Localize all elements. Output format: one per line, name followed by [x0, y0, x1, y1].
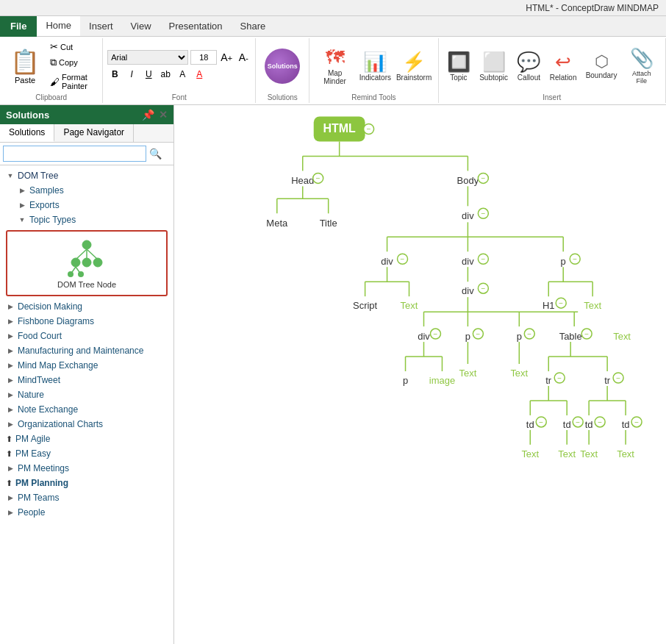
text-color-button[interactable]: A	[192, 67, 207, 82]
subtopic-label: Subtopic	[479, 74, 508, 82]
featured-box[interactable]: DOM Tree Node	[6, 230, 168, 296]
text-td4-label: Text	[617, 448, 634, 459]
tree-item-pm-meetings[interactable]: ▶ PM Meetings	[0, 461, 173, 476]
div2-label: div	[381, 256, 393, 267]
tree-item-samples[interactable]: ▶ Samples	[0, 183, 173, 198]
tree-item-pm-planning[interactable]: ⬆ PM Planning	[0, 476, 173, 490]
menu-share[interactable]: Share	[232, 16, 275, 36]
tr1-label: tr	[545, 375, 552, 386]
underline-button[interactable]: U	[141, 67, 156, 82]
head-label: Head	[291, 175, 314, 186]
tree-item-dom-tree[interactable]: ▼ DOM Tree	[0, 168, 173, 183]
tree-item-pm-teams[interactable]: ▶ PM Teams	[0, 490, 173, 505]
tree-item-note-exchange[interactable]: ▶ Note Exchange	[0, 402, 173, 417]
menu-home[interactable]: Home	[37, 16, 80, 36]
svg-line-1	[76, 249, 87, 260]
italic-button[interactable]: I	[124, 67, 139, 82]
solutions-label: Solutions	[268, 93, 298, 101]
font-shrink-button[interactable]: A-	[236, 50, 251, 65]
font-grow-button[interactable]: A+	[219, 50, 234, 65]
indicators-button[interactable]: 📊 Indicators	[357, 48, 393, 85]
font-name-select[interactable]: Arial	[107, 50, 188, 65]
font-row-2: B I U ab A A	[107, 67, 251, 82]
topic-button[interactable]: 🔲 Topic	[443, 48, 475, 85]
font-size-input[interactable]	[190, 50, 217, 65]
td2-label: td	[563, 419, 571, 430]
tree-item-mindmap-exchange[interactable]: ▶ Mind Map Exchange	[0, 358, 173, 373]
menu-view[interactable]: View	[122, 16, 160, 36]
copy-button[interactable]: ⧉ Copy	[47, 55, 98, 70]
tree-item-exports[interactable]: ▶ Exports	[0, 198, 173, 212]
text-highlight-button[interactable]: A	[175, 67, 190, 82]
paste-button[interactable]: 📋 Paste	[4, 45, 46, 87]
tree-item-fishbone[interactable]: ▶ Fishbone Diagrams	[0, 314, 173, 329]
solutions-content: Solutions	[260, 40, 304, 92]
pin-icon[interactable]: 📌	[142, 109, 154, 121]
tree-label-mindtweet: MindTweet	[18, 375, 60, 385]
brainstorm-button[interactable]: ⚡ Brainstorm	[395, 48, 434, 85]
boundary-button[interactable]: ⬡ Boundary	[582, 49, 621, 82]
svg-point-6	[93, 258, 102, 267]
tree-arrow-mindtweet: ▶	[6, 376, 15, 384]
tree-item-decision[interactable]: ▶ Decision Making	[0, 299, 173, 314]
tab-page-navigator[interactable]: Page Navigator	[54, 124, 134, 142]
text4-label: Text	[459, 368, 477, 379]
remind-tools-content: 🗺 Map Minder 📊 Indicators ⚡ Brainstorm	[314, 40, 433, 92]
clipboard-content: 📋 Paste ✂ Cut ⧉ Copy 🖌 Format Painter	[4, 40, 98, 92]
svg-text:−: −	[401, 255, 405, 263]
menu-insert[interactable]: Insert	[80, 16, 122, 36]
tree-label-pm-teams: PM Teams	[18, 493, 59, 503]
bold-button[interactable]: B	[107, 67, 122, 82]
menu-bar: File Home Insert View Presentation Share	[0, 16, 666, 37]
file-menu[interactable]: File	[0, 16, 37, 37]
tree-item-pm-easy[interactable]: ⬆ PM Easy	[0, 446, 173, 461]
tree-label-pm-agile: PM Agile	[15, 434, 50, 444]
tree-item-food[interactable]: ▶ Food Court	[0, 329, 173, 343]
relation-button[interactable]: ↩ Relation	[546, 48, 581, 85]
font-controls: Arial A+ A- B I U ab A A	[107, 50, 251, 82]
pm-agile-icon: ⬆	[6, 434, 12, 444]
tree-label-pm-meetings: PM Meetings	[18, 463, 69, 473]
solutions-button[interactable]: Solutions	[260, 46, 304, 87]
main-canvas[interactable]: .mm-line { stroke: #8dc63f; stroke-width…	[174, 105, 666, 644]
title-text: HTML* - ConceptDraw MINDMAP	[526, 3, 659, 13]
tree-item-nature[interactable]: ▶ Nature	[0, 387, 173, 402]
insert-group: 🔲 Topic ⬜ Subtopic 💬 Callout ↩ Relation …	[439, 38, 666, 103]
tree-item-org-charts[interactable]: ▶ Organizational Charts	[0, 417, 173, 432]
attach-file-button[interactable]: 📎 Attach File	[622, 44, 661, 87]
brainstorm-icon: ⚡	[402, 51, 426, 74]
h1-label: H1	[543, 300, 555, 311]
tab-solutions[interactable]: Solutions	[0, 124, 54, 142]
tree-item-topic-types[interactable]: ▼ Topic Types	[0, 212, 173, 227]
indicators-icon: 📊	[363, 51, 387, 74]
sidebar-search-input[interactable]	[3, 146, 146, 162]
tree-arrow-topic-types: ▼	[18, 215, 26, 224]
tree-arrow-decision: ▶	[6, 302, 15, 311]
format-painter-button[interactable]: 🖌 Format Painter	[47, 71, 98, 92]
clipboard-label: Clipboard	[35, 93, 67, 101]
callout-button[interactable]: 💬 Callout	[513, 48, 545, 85]
table-label: Table	[559, 331, 582, 342]
tree-arrow-people: ▶	[6, 508, 15, 517]
tree-item-people[interactable]: ▶ People	[0, 505, 173, 520]
tree-arrow-org-charts: ▶	[6, 420, 15, 429]
svg-point-9	[68, 271, 74, 277]
tree-item-manufacturing[interactable]: ▶ Manufacturing and Maintenance	[0, 343, 173, 358]
boundary-label: Boundary	[586, 71, 617, 79]
svg-point-5	[82, 258, 91, 267]
tree-item-pm-agile[interactable]: ⬆ PM Agile	[0, 432, 173, 446]
svg-text:−: −	[634, 418, 639, 426]
svg-text:−: −	[367, 125, 371, 133]
subtopic-button[interactable]: ⬜ Subtopic	[476, 48, 512, 85]
map-minder-button[interactable]: 🗺 Map Minder	[314, 43, 356, 88]
sidebar-content[interactable]: ▼ DOM Tree ▶ Samples ▶ Exports ▼ Topic T…	[0, 165, 173, 644]
svg-text:−: −	[557, 374, 562, 382]
menu-presentation[interactable]: Presentation	[160, 16, 232, 36]
strikethrough-button[interactable]: ab	[158, 67, 173, 82]
close-icon[interactable]: ✕	[159, 109, 168, 121]
cut-button[interactable]: ✂ Cut	[47, 40, 98, 54]
map-minder-icon: 🗺	[326, 46, 345, 69]
tree-item-mindtweet[interactable]: ▶ MindTweet	[0, 373, 173, 387]
search-icon[interactable]: 🔍	[149, 148, 162, 160]
featured-icon	[61, 237, 112, 280]
